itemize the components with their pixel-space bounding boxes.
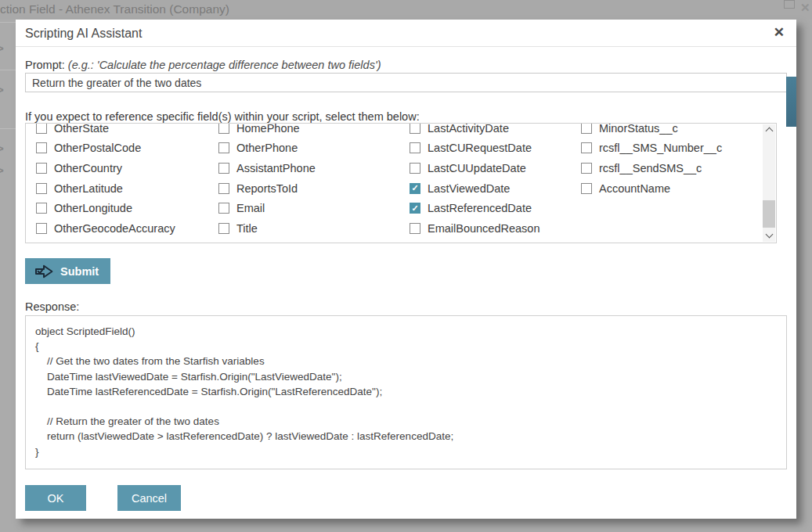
response-output[interactable]: object ScriptedField() { // Get the two … [25,315,787,469]
close-icon[interactable]: ✕ [774,24,785,41]
field-row: LastActivityDate [410,123,581,138]
checkbox[interactable] [218,163,229,174]
background-divider [0,128,16,129]
field-label: LastReferencedDate [428,202,532,214]
submit-arrow-check-icon [34,264,53,279]
checked-checkbox-icon[interactable]: ✓ [410,203,420,214]
checkbox[interactable] [36,163,47,174]
checkbox[interactable] [581,123,592,134]
field-label: LastActivityDate [428,123,509,135]
field-label: AssistantPhone [236,162,316,174]
field-label: OtherLatitude [54,182,123,195]
checked-checkbox-icon[interactable]: ✓ [410,183,420,194]
prompt-hint: (e.g.: 'Calculate the percentage differe… [68,59,381,71]
checkbox[interactable] [581,183,592,194]
field-label: LastViewedDate [428,182,510,195]
background-blue-button-edge [786,77,796,127]
checkbox[interactable] [410,163,420,174]
checkbox[interactable] [410,223,420,234]
response-code: object ScriptedField() { // Get the two … [35,324,777,459]
field-row: AssistantPhone [218,158,410,178]
field-row: OtherPhone [218,138,410,159]
restore-window-icon[interactable] [784,0,795,9]
field-label: Email [236,202,265,214]
field-label: OtherLongitude [54,202,132,214]
checkbox[interactable] [36,142,47,153]
field-label: MinorStatus__c [599,123,678,135]
field-label: HomePhone [236,123,300,135]
scrollbar-thumb[interactable] [763,200,775,228]
fields-scrollbar[interactable] [763,124,775,242]
field-row: OtherState [36,123,218,138]
field-label: LastCURequestDate [428,142,532,154]
chevron-right-icon[interactable]: > [0,41,4,55]
fields-instruction: If you expect to reference specific fiel… [25,110,420,123]
checkbox[interactable] [36,123,47,134]
field-row: OtherPostalCode [36,138,218,159]
submit-button[interactable]: Submit [25,258,110,284]
field-column: MinorStatus__crcsfl__SMS_Number__crcsfl_… [581,123,738,239]
field-row: rcsfl__SendSMS__c [581,158,738,178]
checkbox[interactable] [36,183,47,194]
field-row: OtherCountry [36,158,218,178]
cancel-button[interactable]: Cancel [117,485,181,511]
field-label: OtherPhone [236,142,298,154]
background-divider [0,70,16,70]
field-row: OtherLongitude [36,198,218,218]
scroll-down-icon[interactable] [763,230,775,242]
checkbox[interactable] [581,142,592,153]
field-label: Title [236,222,258,235]
field-row: LastCUUpdateDate [410,158,581,178]
field-label: rcsfl__SMS_Number__c [599,142,722,154]
checkbox[interactable] [410,142,420,153]
checkbox[interactable] [36,203,47,214]
field-label: ReportsToId [236,182,298,195]
field-column: LastActivityDateLastCURequestDateLastCUU… [410,123,581,239]
fields-list: OtherStateOtherPostalCodeOtherCountryOth… [25,123,777,243]
prompt-label: Prompt: [25,59,65,71]
field-row: rcsfl__SMS_Number__c [581,138,738,159]
field-row: LastCURequestDate [410,138,581,159]
prompt-input[interactable] [25,73,787,92]
checkbox[interactable] [36,223,47,234]
ok-button[interactable]: OK [25,485,86,511]
field-label: OtherGeocodeAccuracy [54,222,175,235]
response-label: Response: [25,300,79,313]
field-column: HomePhoneOtherPhoneAssistantPhoneReports… [218,123,410,239]
field-label: OtherCountry [54,162,122,174]
fields-columns: OtherStateOtherPostalCodeOtherCountryOth… [26,123,776,239]
checkbox[interactable] [410,123,420,134]
field-row: MinorStatus__c [581,123,738,138]
dialog-header: Scripting AI Assistant ✕ [16,20,796,47]
background-window-title: ction Field - Athenex Transition (Compan… [0,2,229,16]
field-label: OtherState [54,123,109,135]
checkbox[interactable] [218,123,229,134]
window-close-icon[interactable]: ✕ [800,1,810,15]
scripting-ai-assistant-dialog: Scripting AI Assistant ✕ Prompt: (e.g.: … [16,20,796,519]
field-column: OtherStateOtherPostalCodeOtherCountryOth… [36,123,218,239]
chevron-right-icon[interactable]: > [0,142,4,155]
checkbox[interactable] [218,223,229,234]
field-row: ✓LastViewedDate [410,178,581,199]
field-row: OtherGeocodeAccuracy [36,218,218,239]
field-row: AccountName [581,178,738,199]
chevron-right-icon[interactable]: > [0,164,4,177]
submit-label: Submit [60,265,99,278]
checkbox[interactable] [218,203,229,214]
checkbox[interactable] [581,163,592,174]
field-label: LastCUUpdateDate [428,162,526,174]
background-divider [0,22,16,23]
field-row: ✓LastReferencedDate [410,198,581,218]
field-row: ReportsToId [218,178,410,199]
scroll-up-icon[interactable] [763,124,775,136]
checkbox[interactable] [218,142,229,153]
field-label: AccountName [599,182,670,195]
background-window-titlebar: ction Field - Athenex Transition (Compan… [0,0,812,20]
checkbox[interactable] [218,183,229,194]
field-row: Email [218,198,410,218]
prompt-label-row: Prompt: (e.g.: 'Calculate the percentage… [25,59,381,71]
field-row: HomePhone [218,123,410,138]
field-row: OtherLatitude [36,178,218,199]
chevron-right-icon[interactable]: > [0,83,4,96]
field-label: rcsfl__SendSMS__c [599,162,702,174]
